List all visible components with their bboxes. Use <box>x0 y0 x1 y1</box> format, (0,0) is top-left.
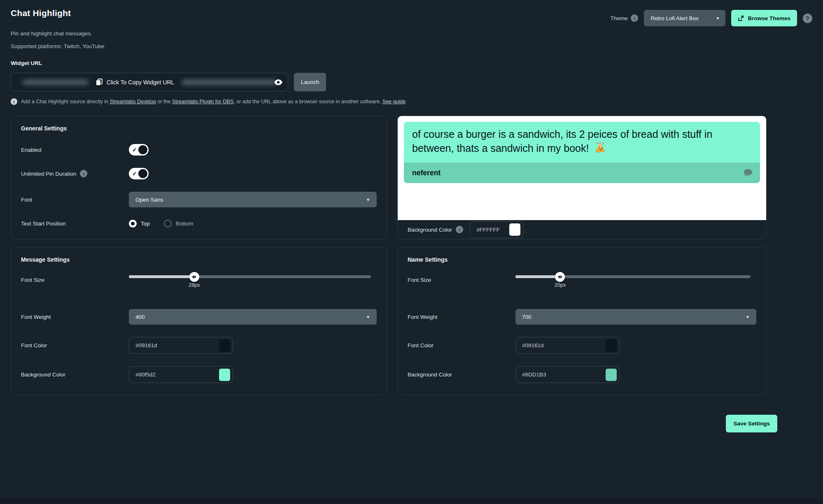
chevron-down-icon: ▼ <box>366 197 370 202</box>
slider-arrow-left-icon <box>558 275 560 279</box>
message-bg-color-swatch[interactable] <box>219 369 230 381</box>
enabled-label: Enabled <box>21 147 129 153</box>
radio-bottom-label: Bottom <box>176 221 194 227</box>
chat-message-text: of course a burger is a sandwich, its 2 … <box>412 128 712 154</box>
radio-top-label: Top <box>141 221 150 227</box>
message-font-weight-value: 400 <box>135 314 145 320</box>
name-font-weight-value: 700 <box>522 314 532 320</box>
message-font-weight-row: Font Weight 400 ▼ <box>21 309 377 325</box>
theme-label: Theme <box>610 15 627 21</box>
help-icon[interactable]: ? <box>803 14 812 23</box>
font-label: Font <box>21 197 129 203</box>
name-bg-color-label: Background Color <box>408 372 515 378</box>
toggle-knob <box>138 145 147 154</box>
font-row: Font Open Sans ▼ <box>21 192 377 207</box>
reveal-url-eye-icon[interactable] <box>274 79 283 86</box>
enabled-row: Enabled ✓ <box>21 144 377 156</box>
theme-label-group: Theme i <box>610 14 638 22</box>
preview-bg-color-label: Background Color <box>408 227 452 233</box>
page-subtitle: Pin and highlight chat messages. <box>11 30 104 37</box>
name-font-weight-row: Font Weight 700 ▼ <box>408 309 756 325</box>
text-start-position-row: Text Start Position Top Bottom <box>21 220 377 228</box>
speech-bubble-icon <box>744 169 753 177</box>
blurred-url-right <box>182 80 276 85</box>
theme-select-value: Retro Lofi Alert Box <box>650 15 698 21</box>
source-info-line: i Add a Chat Highlight source directly i… <box>11 98 812 105</box>
name-font-weight-label: Font Weight <box>408 314 515 320</box>
cheese-emote-icon <box>591 144 606 156</box>
browse-themes-label: Browse Themes <box>748 15 790 21</box>
streamlabs-desktop-link[interactable]: Streamlabs Desktop <box>110 99 156 105</box>
radio-unselected-icon <box>164 220 172 228</box>
unlimited-pin-info-icon[interactable]: i <box>80 170 87 177</box>
chat-highlight-settings-page: Chat Highlight Pin and highlight chat me… <box>0 0 823 504</box>
text-start-position-radio-group: Top Bottom <box>129 220 194 228</box>
bottom-strip <box>0 497 823 504</box>
message-font-weight-select[interactable]: 400 ▼ <box>129 309 377 325</box>
info-icon: i <box>11 98 17 105</box>
check-icon: ✓ <box>132 146 137 153</box>
font-select-value: Open Sans <box>135 197 163 203</box>
save-settings-button[interactable]: Save Settings <box>726 415 777 432</box>
font-select[interactable]: Open Sans ▼ <box>129 192 377 207</box>
chat-preview-stage: of course a burger is a sandwich, its 2 … <box>398 116 766 220</box>
radio-option-bottom[interactable]: Bottom <box>164 220 194 228</box>
preview-bg-color-info-icon[interactable]: i <box>456 226 463 233</box>
see-guide-link[interactable]: See guide <box>382 99 406 105</box>
name-bg-color-swatch[interactable] <box>606 369 617 381</box>
message-bg-color-input[interactable]: #80f5d2 <box>129 366 233 383</box>
slider-track[interactable]: 20px <box>515 275 751 278</box>
toggle-knob <box>138 169 147 178</box>
chevron-down-icon: ▼ <box>366 315 370 319</box>
chat-username: neferent <box>412 169 441 177</box>
message-font-size-slider[interactable]: 28px <box>129 275 377 278</box>
message-font-color-input[interactable]: #09161d <box>129 337 233 354</box>
message-font-size-value: 28px <box>189 282 200 288</box>
check-icon: ✓ <box>132 170 137 177</box>
radio-option-top[interactable]: Top <box>129 220 150 228</box>
name-font-size-value: 20px <box>554 282 566 288</box>
supported-platforms: Supported platforms: Twitch, YouTube <box>11 43 104 49</box>
preview-bg-color-input[interactable]: #FFFFFF <box>470 221 523 238</box>
message-font-weight-label: Font Weight <box>21 314 129 320</box>
name-font-weight-select[interactable]: 700 ▼ <box>515 309 756 325</box>
info-text-middle1: or the <box>156 99 172 105</box>
message-font-size-row: Font Size 28px <box>21 275 377 297</box>
theme-info-icon[interactable]: i <box>631 14 638 22</box>
name-font-color-input[interactable]: #09161d <box>515 337 620 354</box>
theme-select[interactable]: Retro Lofi Alert Box ▼ <box>644 10 725 26</box>
name-font-size-slider[interactable]: 20px <box>515 275 756 278</box>
launch-button[interactable]: Launch <box>294 73 326 91</box>
chevron-down-icon: ▼ <box>716 16 720 21</box>
message-font-color-label: Font Color <box>21 342 129 348</box>
message-bg-color-value: #80f5d2 <box>135 372 156 378</box>
name-font-color-swatch[interactable] <box>606 339 617 352</box>
browse-themes-button[interactable]: Browse Themes <box>731 10 797 26</box>
slider-handle[interactable] <box>555 272 565 282</box>
copy-icon <box>96 79 103 86</box>
preview-footer: Background Color i #FFFFFF <box>398 220 766 239</box>
save-row: Save Settings <box>11 415 777 432</box>
info-text-middle2: , or add the URL above as a browser sour… <box>233 99 382 105</box>
name-settings-panel: Name Settings Font Size <box>397 247 767 395</box>
name-bg-color-input[interactable]: #6DD1B3 <box>515 366 620 383</box>
blurred-url-left <box>23 80 89 85</box>
copy-widget-url-label: Click To Copy Widget URL <box>107 79 175 86</box>
text-start-position-label: Text Start Position <box>21 221 129 227</box>
message-font-color-swatch[interactable] <box>219 339 230 352</box>
slider-fill <box>129 275 194 278</box>
header-right: Theme i Retro Lofi Alert Box ▼ Browse Th… <box>610 10 812 26</box>
chat-message-bubble: of course a burger is a sandwich, its 2 … <box>404 122 760 163</box>
slider-arrow-right-icon <box>194 275 196 279</box>
slider-track[interactable]: 28px <box>129 275 371 278</box>
copy-widget-url-box[interactable]: Click To Copy Widget URL <box>11 73 288 91</box>
slider-handle[interactable] <box>189 272 199 282</box>
slider-fill <box>515 275 560 278</box>
name-bg-color-value: #6DD1B3 <box>522 372 546 378</box>
chevron-down-icon: ▼ <box>746 315 750 319</box>
preview-bg-color-swatch[interactable] <box>509 223 520 236</box>
streamlabs-obs-plugin-link[interactable]: Streamlabs Plugin for OBS <box>172 99 233 105</box>
enabled-toggle[interactable]: ✓ <box>129 144 149 156</box>
message-bg-color-label: Background Color <box>21 372 129 378</box>
unlimited-pin-toggle[interactable]: ✓ <box>129 168 149 179</box>
